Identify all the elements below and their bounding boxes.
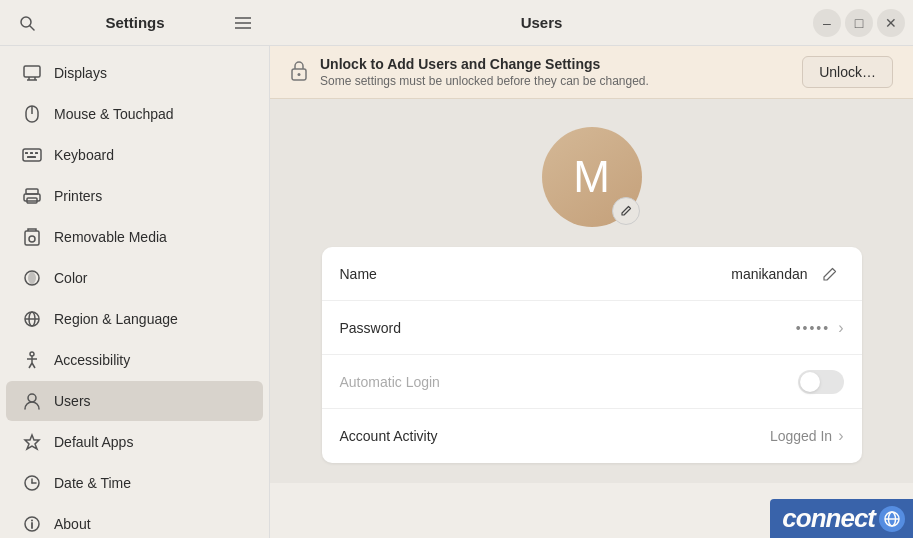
removable-media-icon — [22, 227, 42, 247]
sidebar-item-region-language[interactable]: Region & Language — [6, 299, 263, 339]
password-dots: ••••• — [796, 320, 831, 336]
svg-rect-15 — [27, 156, 36, 158]
sidebar: Displays Mouse & Touchpad Keyboard Print… — [0, 46, 270, 538]
sidebar-item-label: Mouse & Touchpad — [54, 106, 174, 122]
name-value: manikandan — [731, 266, 807, 282]
sidebar-item-label: Displays — [54, 65, 107, 81]
sidebar-item-label: About — [54, 516, 91, 532]
date-time-icon — [22, 473, 42, 493]
close-button[interactable]: ✕ — [877, 9, 905, 37]
sidebar-item-about[interactable]: About — [6, 504, 263, 538]
svg-rect-12 — [25, 152, 28, 154]
svg-rect-5 — [24, 66, 40, 77]
users-icon — [22, 391, 42, 411]
account-activity-row: Account Activity Logged In › — [322, 409, 862, 463]
sidebar-item-date-time[interactable]: Date & Time — [6, 463, 263, 503]
sidebar-item-removable-media[interactable]: Removable Media — [6, 217, 263, 257]
watermark: connect — [770, 499, 913, 538]
sidebar-item-label: Region & Language — [54, 311, 178, 327]
svg-line-28 — [29, 363, 32, 368]
unlock-subtitle: Some settings must be unlocked before th… — [320, 74, 790, 88]
sidebar-item-displays[interactable]: Displays — [6, 53, 263, 93]
watermark-globe-icon — [879, 506, 905, 532]
sidebar-item-label: Accessibility — [54, 352, 130, 368]
sidebar-item-keyboard[interactable]: Keyboard — [6, 135, 263, 175]
displays-icon — [22, 63, 42, 83]
avatar-area: M — [270, 99, 913, 247]
sidebar-item-label: Users — [54, 393, 91, 409]
accessibility-icon — [22, 350, 42, 370]
svg-point-25 — [30, 352, 34, 356]
content-area: Unlock to Add Users and Change Settings … — [270, 46, 913, 483]
password-row: Password ••••• › — [322, 301, 862, 355]
svg-point-30 — [28, 394, 36, 402]
account-activity-chevron-icon[interactable]: › — [838, 427, 843, 445]
sidebar-item-label: Date & Time — [54, 475, 131, 491]
name-edit-button[interactable] — [816, 260, 844, 288]
unlock-text: Unlock to Add Users and Change Settings … — [320, 56, 790, 88]
sidebar-item-color[interactable]: Color — [6, 258, 263, 298]
color-icon — [22, 268, 42, 288]
svg-line-29 — [32, 363, 35, 368]
toggle-knob — [800, 372, 820, 392]
svg-rect-14 — [35, 152, 38, 154]
minimize-button[interactable]: – — [813, 9, 841, 37]
sidebar-item-accessibility[interactable]: Accessibility — [6, 340, 263, 380]
unlock-button[interactable]: Unlock… — [802, 56, 893, 88]
svg-point-20 — [29, 236, 35, 242]
svg-line-1 — [30, 26, 34, 30]
svg-point-37 — [31, 520, 33, 522]
svg-rect-13 — [30, 152, 33, 154]
name-row: Name manikandan — [322, 247, 862, 301]
avatar-wrapper: M — [542, 127, 642, 227]
about-icon — [22, 514, 42, 534]
password-label: Password — [340, 320, 796, 336]
watermark-logo: connect — [770, 499, 913, 538]
default-apps-icon — [22, 432, 42, 452]
svg-point-39 — [298, 73, 301, 76]
password-chevron-icon[interactable]: › — [838, 319, 843, 337]
mouse-icon — [22, 104, 42, 124]
keyboard-icon — [22, 145, 42, 165]
account-activity-label: Account Activity — [340, 428, 770, 444]
menu-icon[interactable] — [228, 8, 258, 38]
titlebar-left: Settings — [0, 8, 270, 38]
svg-marker-31 — [25, 435, 39, 449]
sidebar-item-label: Removable Media — [54, 229, 167, 245]
region-icon — [22, 309, 42, 329]
main-layout: Displays Mouse & Touchpad Keyboard Print… — [0, 46, 913, 538]
window-controls: – □ ✕ — [813, 9, 913, 37]
printer-icon — [22, 186, 42, 206]
logged-in-value: Logged In — [770, 428, 832, 444]
content-wrapper: Unlock to Add Users and Change Settings … — [270, 46, 913, 538]
search-icon[interactable] — [12, 8, 42, 38]
unlock-banner: Unlock to Add Users and Change Settings … — [270, 46, 913, 99]
sidebar-item-default-apps[interactable]: Default Apps — [6, 422, 263, 462]
watermark-text: connect — [782, 503, 875, 534]
window-title: Users — [270, 14, 813, 31]
maximize-button[interactable]: □ — [845, 9, 873, 37]
svg-rect-19 — [25, 231, 39, 245]
auto-login-toggle[interactable] — [798, 370, 844, 394]
sidebar-item-mouse-touchpad[interactable]: Mouse & Touchpad — [6, 94, 263, 134]
titlebar: Settings Users – □ ✕ — [0, 0, 913, 46]
unlock-title: Unlock to Add Users and Change Settings — [320, 56, 790, 72]
svg-rect-11 — [23, 149, 41, 161]
lock-icon — [290, 59, 308, 86]
auto-login-label: Automatic Login — [340, 374, 798, 390]
sidebar-item-label: Printers — [54, 188, 102, 204]
avatar-edit-button[interactable] — [612, 197, 640, 225]
sidebar-item-label: Default Apps — [54, 434, 133, 450]
settings-title: Settings — [50, 14, 220, 31]
sidebar-item-printers[interactable]: Printers — [6, 176, 263, 216]
sidebar-item-label: Keyboard — [54, 147, 114, 163]
sidebar-item-label: Color — [54, 270, 87, 286]
auto-login-row: Automatic Login — [322, 355, 862, 409]
settings-card: Name manikandan Password ••••• › Automat… — [322, 247, 862, 463]
name-label: Name — [340, 266, 732, 282]
sidebar-item-users[interactable]: Users — [6, 381, 263, 421]
